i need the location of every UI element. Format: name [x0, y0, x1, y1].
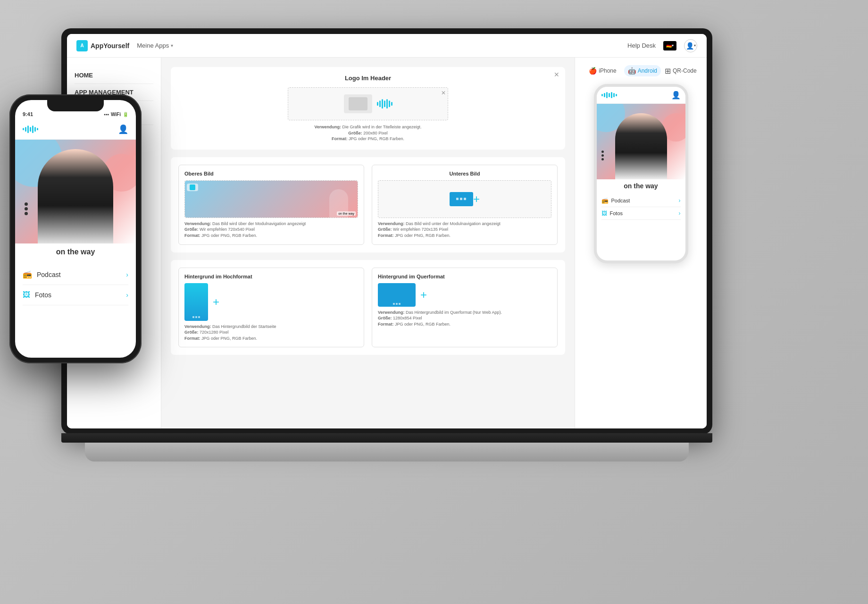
sidebar-item-home[interactable]: HOME: [75, 67, 153, 84]
preview-nav-podcast: 📻 Podcast ›: [601, 194, 681, 207]
laptop-hinge: [61, 433, 712, 443]
bilder-row: Oberes Bild: [178, 165, 558, 245]
ub-verwendung-text: Das Bild wird unter der Modulnavigation …: [406, 221, 501, 226]
groesse-text: 200x80 Pixel: [363, 131, 388, 135]
hero-person: [615, 113, 667, 179]
laptop-screen-outer: A AppYourself Meine Apps ▾ Help Desk 🇩🇪 …: [61, 28, 712, 434]
main-panel: ✕ Logo Im Header: [161, 58, 575, 428]
user-icon: 👤: [686, 42, 694, 50]
oberes-bild-area: Oberes Bild: [178, 165, 364, 245]
scene: A AppYourself Meine Apps ▾ Help Desk 🇩🇪 …: [0, 0, 868, 604]
format-text: JPG oder PNG, RGB Farben.: [349, 136, 404, 141]
nav-menu[interactable]: Meine Apps ▾: [137, 42, 173, 49]
logo-upload-box[interactable]: ✕: [288, 87, 448, 120]
qf-format-label: Format:: [378, 322, 394, 327]
preview-user-icon: 👤: [671, 91, 681, 100]
user-menu-button[interactable]: 👤 ▾: [684, 39, 697, 52]
close-icon[interactable]: ✕: [554, 71, 559, 78]
querformat-placeholder: [378, 283, 416, 307]
hero-dot-2: [25, 207, 28, 210]
laptop-base: [85, 443, 689, 461]
hintergrund-row: Hintergrund im Hochformat: [178, 268, 558, 348]
oberes-preview-label: [187, 184, 198, 191]
hero-dots: [601, 151, 604, 160]
ob-groesse-label: Größe:: [184, 227, 199, 232]
nav-fotos-label: Fotos: [35, 291, 51, 299]
qf-verwendung-text: Das Hintergrundbild im Querformat (Nur W…: [406, 310, 502, 315]
phone-preview-device: 👤: [594, 84, 688, 263]
section-hintergrund: Hintergrund im Hochformat: [171, 260, 565, 355]
hf-verwendung-label: Verwendung:: [184, 324, 211, 329]
iphone-navigation: 📻 Podcast › 🖼 Fotos ›: [15, 260, 136, 358]
querformat-area: Hintergrund im Querformat: [372, 268, 558, 348]
logo-area[interactable]: A AppYourself: [76, 40, 129, 51]
preview-tabs: 🍎 iPhone 🤖 Android ⊞ QR-Code: [585, 65, 696, 76]
podcast-icon: 📻: [601, 197, 609, 204]
iphone-time: 9:41: [23, 111, 33, 117]
tab-iphone[interactable]: 🍎 iPhone: [585, 65, 620, 76]
ob-verwendung-label: Verwendung:: [184, 221, 211, 226]
ub-verwendung-label: Verwendung:: [378, 221, 405, 226]
tab-android[interactable]: 🤖 Android: [624, 65, 661, 76]
hero-dot-3: [25, 212, 28, 215]
ub-groesse-label: Größe:: [378, 227, 392, 232]
flag-icon: 🇩🇪: [666, 43, 672, 48]
ob-groesse-text: Wir empfehlen 720x540 Pixel: [200, 227, 255, 232]
fotos-icon: 🖼: [23, 291, 30, 299]
hf-groesse-text: 720x1280 Pixel: [200, 330, 229, 335]
logo-text: AppYourself: [91, 42, 129, 50]
unteres-bild-upload[interactable]: +: [378, 180, 551, 218]
add-querformat-icon[interactable]: +: [420, 288, 427, 302]
iphone-notch: [47, 100, 104, 111]
nav-fotos-label: Fotos: [610, 210, 623, 216]
hochformat-placeholder: [184, 283, 208, 321]
chevron-down-icon: ▾: [171, 43, 173, 48]
hero-dot-1: [25, 202, 28, 206]
iphone-nav-podcast[interactable]: 📻 Podcast ›: [23, 264, 128, 285]
laptop: A AppYourself Meine Apps ▾ Help Desk 🇩🇪 …: [61, 28, 722, 477]
oberes-bild-title: Oberes Bild: [184, 171, 358, 176]
hochformat-upload-row: +: [184, 283, 358, 321]
hf-format-label: Format:: [184, 336, 200, 341]
oberes-bild-upload[interactable]: on the way: [184, 180, 358, 218]
iphone-status-icons: ▪▪▪ WiFi 🔋: [104, 112, 128, 117]
tab-android-label: Android: [638, 67, 657, 74]
phone-preview-header: 👤: [597, 87, 685, 104]
verwendung-text: Die Grafik wird in der Titelleiste angez…: [342, 125, 421, 129]
nav-fotos-arrow: ›: [679, 210, 681, 217]
section-logo-title: Logo Im Header: [178, 75, 558, 82]
ob-format-label: Format:: [184, 233, 200, 238]
tab-iphone-label: iPhone: [599, 67, 616, 74]
iphone-nav-fotos[interactable]: 🖼 Fotos ›: [23, 285, 128, 305]
hochformat-area: Hintergrund im Hochformat: [178, 268, 364, 348]
qr-icon: ⊞: [665, 67, 671, 76]
add-image-icon[interactable]: +: [473, 193, 480, 206]
tab-qr[interactable]: ⊞ QR-Code: [665, 67, 697, 76]
hf-verwendung-text: Das Hintergrundbild der Startseite: [212, 324, 276, 329]
help-desk-link[interactable]: Help Desk: [627, 42, 656, 49]
nav-fotos-left: 🖼 Fotos: [601, 210, 623, 217]
section-bilder: Oberes Bild: [171, 157, 565, 252]
ob-verwendung-text: Das Bild wird über der Modulnavigation a…: [212, 221, 306, 226]
add-hochformat-icon[interactable]: +: [213, 295, 219, 309]
section-logo-header: ✕ Logo Im Header: [171, 67, 565, 150]
unteres-bild-area: Unteres Bild: [372, 165, 558, 245]
unteres-bild-title: Unteres Bild: [378, 171, 551, 176]
groesse-label: Größe:: [348, 131, 362, 135]
hochformat-title: Hintergrund im Hochformat: [184, 274, 358, 279]
nav-menu-label: Meine Apps: [137, 42, 169, 49]
signal-icon: ▪▪▪: [104, 112, 109, 117]
language-selector[interactable]: 🇩🇪 ▾: [663, 41, 676, 50]
wave-logo-icon: [377, 99, 392, 109]
chevron-down-icon: ▾: [694, 43, 696, 48]
logo-upload-info: Verwendung: Die Grafik wird in der Titel…: [178, 124, 558, 142]
nav-left-fotos: 🖼 Fotos: [23, 291, 51, 299]
qf-verwendung-label: Verwendung:: [378, 310, 405, 315]
android-icon: 🤖: [628, 67, 636, 75]
nav-podcast-label: Podcast: [37, 271, 61, 278]
oberes-bild-preview: on the way: [185, 181, 358, 218]
upload-close-icon[interactable]: ✕: [441, 90, 446, 96]
ub-groesse-text: Wir empfehlen 720x135 Pixel: [393, 227, 448, 232]
hochformat-info: Verwendung: Das Hintergrundbild der Star…: [184, 324, 358, 342]
laptop-screen-inner: A AppYourself Meine Apps ▾ Help Desk 🇩🇪 …: [67, 34, 707, 428]
